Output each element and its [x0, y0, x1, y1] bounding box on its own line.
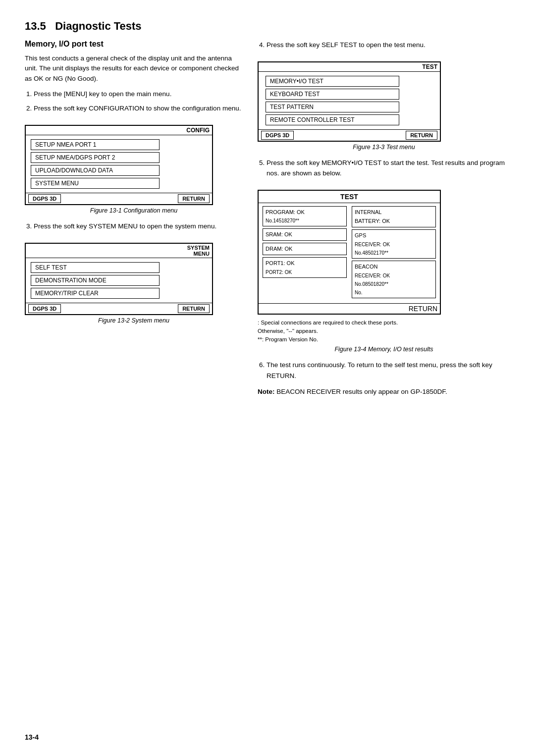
test-menu-dgps-btn[interactable]: DGPS 3D: [261, 131, 294, 140]
config-menu-items: SETUP NMEA PORT 1 SETUP NMEA/DGPS PORT 2…: [26, 135, 212, 193]
result-beacon-receiver: BEACON RECEIVER: OK No.08501820** No.: [352, 261, 436, 298]
system-item-3: MEMORY/TRIP CLEAR: [31, 288, 160, 299]
config-menu-footer: DGPS 3D RETURN: [26, 193, 212, 204]
test-item-4: REMOTE CONTROLLER TEST: [266, 114, 399, 125]
test-result-box: TEST PROGRAM: OK No.14518270** SRAM: OK …: [258, 190, 441, 315]
config-dgps-btn[interactable]: DGPS 3D: [28, 194, 61, 203]
note-paragraph: Note: BEACON RECEIVER results only appea…: [258, 387, 510, 397]
step-list-5: Press the soft key MEMORY•I/O TEST to st…: [258, 158, 510, 179]
config-menu-title: CONFIG: [26, 126, 212, 135]
step-4: Press the soft key SELF TEST to open the…: [267, 40, 510, 51]
config-item-1: SETUP NMEA PORT 1: [31, 139, 160, 150]
step-list-6: The test runs continuously. To return to…: [258, 360, 510, 381]
result-ports: PORT1: OK PORT2: OK: [263, 257, 347, 278]
result-gps-receiver: GPS RECEIVER: OK No.48502170**: [352, 229, 436, 259]
right-column: Press the soft key SELF TEST to open the…: [258, 40, 510, 402]
page-number: 13-4: [25, 733, 39, 741]
step-list-4: Press the soft key SELF TEST to open the…: [258, 40, 510, 51]
intro-paragraph: This test conducts a general check of th…: [25, 54, 243, 84]
step-list-3: Press the soft key SYSTEM MENU to open t…: [25, 221, 243, 232]
system-return-btn[interactable]: RETURN: [178, 304, 210, 313]
left-column: Memory, I/O port test This test conducts…: [25, 40, 243, 402]
config-menu-box: CONFIG SETUP NMEA PORT 1 SETUP NMEA/DGPS…: [25, 125, 213, 205]
test-result-return-btn[interactable]: RETURN: [409, 305, 437, 313]
step-6: The test runs continuously. To return to…: [267, 360, 510, 381]
result-internal-battery: INTERNAL BATTERY: OK: [352, 206, 436, 227]
section-title: 13.5 Diagnostic Tests: [25, 20, 510, 33]
test-item-3: TEST PATTERN: [266, 102, 399, 112]
step-list: Press the [MENU] key to open the main me…: [25, 89, 243, 114]
system-item-1: SELF TEST: [31, 262, 160, 273]
config-item-3: UPLOAD/DOWNLOAD DATA: [31, 165, 160, 176]
test-item-1: MEMORY•I/O TEST: [266, 76, 399, 87]
test-menu-caption: Figure 13-3 Test menu: [258, 144, 510, 151]
test-menu-items: MEMORY•I/O TEST KEYBOARD TEST TEST PATTE…: [259, 72, 440, 129]
system-menu-items: SELF TEST DEMONSTRATION MODE MEMORY/TRIP…: [26, 258, 212, 303]
system-menu-footer: DGPS 3D RETURN: [26, 303, 212, 314]
subsection-title: Memory, I/O port test: [25, 40, 243, 49]
test-results-caption: Figure 13-4 Memory, I/O test results: [258, 346, 510, 353]
system-dgps-btn[interactable]: DGPS 3D: [28, 304, 61, 313]
footnote-1: : Special connections are required to ch…: [258, 319, 510, 344]
test-result-footer: RETURN: [259, 303, 440, 314]
test-result-left: PROGRAM: OK No.14518270** SRAM: OK DRAM:…: [263, 206, 347, 300]
test-menu-return-btn[interactable]: RETURN: [406, 131, 437, 140]
result-program: PROGRAM: OK No.14518270**: [263, 206, 347, 227]
step-2: Press the soft key CONFIGURATION to show…: [34, 103, 243, 114]
config-return-btn[interactable]: RETURN: [178, 194, 210, 203]
result-sram: SRAM: OK: [263, 228, 347, 241]
system-menu-caption: Figure 13-2 System menu: [25, 317, 243, 324]
config-menu-caption: Figure 13-1 Configuration menu: [25, 207, 243, 214]
system-item-2: DEMONSTRATION MODE: [31, 275, 160, 286]
config-item-2: SETUP NMEA/DGPS PORT 2: [31, 152, 160, 163]
system-menu-title: SYSTEMMENU: [26, 244, 212, 258]
test-result-body: PROGRAM: OK No.14518270** SRAM: OK DRAM:…: [259, 203, 440, 303]
system-menu-box: SYSTEMMENU SELF TEST DEMONSTRATION MODE …: [25, 243, 213, 315]
config-item-4: SYSTEM MENU: [31, 178, 160, 189]
step-1: Press the [MENU] key to open the main me…: [34, 89, 243, 100]
test-menu-title: TEST: [259, 62, 440, 72]
test-item-2: KEYBOARD TEST: [266, 89, 399, 100]
test-result-title: TEST: [259, 191, 440, 203]
result-dram: DRAM: OK: [263, 243, 347, 255]
test-result-right: INTERNAL BATTERY: OK GPS RECEIVER: OK No…: [352, 206, 436, 300]
step-3: Press the soft key SYSTEM MENU to open t…: [34, 221, 243, 232]
test-menu-footer: DGPS 3D RETURN: [259, 129, 440, 141]
step-5: Press the soft key MEMORY•I/O TEST to st…: [267, 158, 510, 179]
test-menu-box: TEST MEMORY•I/O TEST KEYBOARD TEST TEST …: [258, 61, 441, 142]
